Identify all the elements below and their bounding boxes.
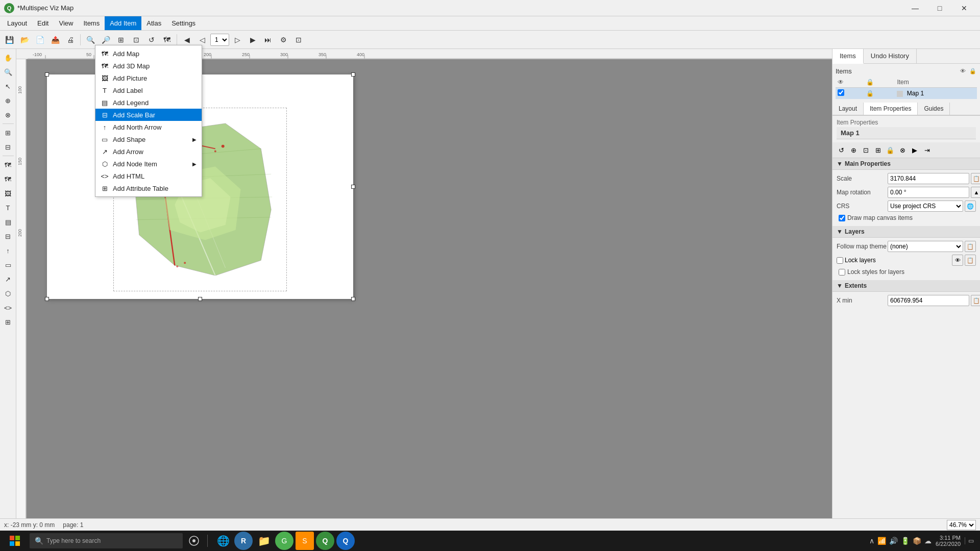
props-refresh-btn[interactable]: ↺ bbox=[836, 144, 847, 156]
follow-theme-select[interactable]: (none) bbox=[888, 241, 963, 252]
close-button[interactable]: ✕ bbox=[952, 0, 976, 16]
menu-add-legend[interactable]: ▤ Add Legend bbox=[95, 96, 202, 109]
items-eye-icon[interactable]: 👁 bbox=[959, 67, 967, 75]
menu-add-picture[interactable]: 🖼 Add Picture bbox=[95, 72, 202, 84]
maximize-button[interactable]: □ bbox=[928, 0, 951, 16]
tab-undo-history[interactable]: Undo History bbox=[864, 49, 917, 63]
add-label-tool[interactable]: T bbox=[2, 201, 15, 214]
menu-add-map[interactable]: 🗺 Add Map bbox=[95, 47, 202, 60]
next-page-button[interactable]: ▶ bbox=[246, 33, 260, 47]
lock-layers-copy-btn[interactable]: 📋 bbox=[965, 255, 976, 266]
add-scalebar-tool[interactable]: ⊟ bbox=[2, 230, 15, 243]
taskbar-qgis-icon-2[interactable]: Q bbox=[336, 532, 355, 550]
tray-battery-icon[interactable]: 🔋 bbox=[901, 537, 910, 545]
tray-onedrive-icon[interactable]: ☁ bbox=[924, 537, 932, 545]
table-row[interactable]: 🔒 Map 1 bbox=[836, 88, 977, 99]
xmin-copy-btn[interactable]: 📋 bbox=[971, 295, 980, 306]
menu-layout[interactable]: Layout bbox=[2, 16, 32, 30]
tab-items[interactable]: Items bbox=[832, 49, 864, 64]
page-select[interactable]: 1 bbox=[210, 34, 229, 46]
edit-nodes-tool[interactable]: ⊗ bbox=[2, 108, 15, 121]
rotation-up-btn[interactable]: ▲ bbox=[971, 187, 980, 198]
lock-layers-checkbox[interactable] bbox=[837, 257, 843, 264]
tray-chevron[interactable]: ∧ bbox=[869, 537, 874, 545]
menu-add-label[interactable]: T Add Label bbox=[95, 84, 202, 96]
last-page-button[interactable]: ⏭ bbox=[261, 33, 275, 47]
menu-view[interactable]: View bbox=[54, 16, 78, 30]
add-map-tool[interactable]: 🗺 bbox=[2, 158, 15, 171]
props-bookmark-btn[interactable]: ⇥ bbox=[921, 144, 933, 156]
zoom-tool[interactable]: 🔍 bbox=[2, 65, 15, 79]
layers-section[interactable]: ▼ Layers bbox=[832, 226, 980, 238]
tab-layout[interactable]: Layout bbox=[832, 103, 864, 115]
menu-add-html[interactable]: <> Add HTML bbox=[95, 170, 202, 182]
tray-dropbox-icon[interactable]: 📦 bbox=[913, 537, 921, 545]
atlas-settings-button[interactable]: ⚙ bbox=[276, 33, 290, 47]
handle-top-left[interactable] bbox=[45, 72, 49, 77]
tray-network-icon[interactable]: 📶 bbox=[877, 537, 886, 545]
props-lock-btn[interactable]: 🔒 bbox=[885, 144, 896, 156]
items-lock-icon[interactable]: 🔒 bbox=[969, 67, 977, 75]
handle-bottom-left[interactable] bbox=[45, 297, 49, 301]
start-button[interactable] bbox=[2, 532, 28, 550]
rotation-input[interactable] bbox=[888, 187, 969, 198]
select-tool[interactable]: ↖ bbox=[2, 80, 15, 93]
handle-bottom-center[interactable] bbox=[198, 297, 202, 301]
row-lock[interactable]: 🔒 bbox=[864, 88, 895, 99]
system-clock[interactable]: 3:11 PM 6/22/2020 bbox=[936, 535, 961, 547]
props-set-map-btn[interactable]: ⊗ bbox=[897, 144, 908, 156]
handle-right-middle[interactable] bbox=[351, 185, 355, 189]
pan-tool[interactable]: ✋ bbox=[2, 51, 15, 64]
draw-canvas-checkbox[interactable] bbox=[839, 215, 845, 221]
handle-top-right[interactable] bbox=[351, 72, 355, 77]
taskbar-files-icon[interactable]: 📁 bbox=[255, 532, 273, 550]
visibility-checkbox[interactable] bbox=[838, 89, 844, 96]
props-zoom-all-btn[interactable]: ⊞ bbox=[872, 144, 884, 156]
props-zoom-extent-btn[interactable]: ⊕ bbox=[848, 144, 859, 156]
menu-add-3dmap[interactable]: 🗺 Add 3D Map bbox=[95, 60, 202, 72]
move-content-tool[interactable]: ⊕ bbox=[2, 94, 15, 107]
minimize-button[interactable]: — bbox=[903, 0, 927, 16]
taskbar-chrome-icon[interactable]: 🌐 bbox=[214, 532, 232, 550]
add-shape-tool[interactable]: ▭ bbox=[2, 258, 15, 271]
menu-settings[interactable]: Settings bbox=[166, 16, 201, 30]
export-button[interactable]: 📤 bbox=[48, 33, 62, 47]
print-button[interactable]: 🖨 bbox=[63, 33, 78, 47]
add-table-tool[interactable]: ⊞ bbox=[2, 315, 15, 329]
task-view-button[interactable] bbox=[185, 532, 203, 550]
extents-section[interactable]: ▼ Extents bbox=[832, 280, 980, 292]
taskbar-sublime-icon[interactable]: S bbox=[296, 532, 314, 550]
add-picture-tool[interactable]: 🖼 bbox=[2, 187, 15, 200]
tray-volume-icon[interactable]: 🔊 bbox=[889, 537, 898, 545]
next-step-button[interactable]: ▷ bbox=[230, 33, 244, 47]
add-arrow-tool[interactable]: ↗ bbox=[2, 272, 15, 286]
props-atlas-btn[interactable]: ▶ bbox=[909, 144, 920, 156]
menu-add-attribute-table[interactable]: ⊞ Add Attribute Table bbox=[95, 182, 202, 194]
open-button[interactable]: 📂 bbox=[17, 33, 32, 47]
follow-theme-copy-btn[interactable]: 📋 bbox=[965, 241, 976, 252]
xmin-input[interactable] bbox=[888, 295, 969, 306]
lock-styles-checkbox[interactable] bbox=[839, 269, 845, 276]
row-eye[interactable] bbox=[836, 88, 864, 99]
add-node-tool[interactable]: ⬡ bbox=[2, 287, 15, 300]
add-northarrow-tool[interactable]: ↑ bbox=[2, 244, 15, 257]
taskbar-r-icon[interactable]: R bbox=[234, 532, 253, 550]
menu-edit[interactable]: Edit bbox=[32, 16, 54, 30]
menu-add-scale-bar[interactable]: ⊟ Add Scale Bar bbox=[95, 109, 202, 121]
save-button[interactable]: 💾 bbox=[2, 33, 16, 47]
scale-input[interactable] bbox=[888, 173, 969, 184]
row-item-name[interactable]: Map 1 bbox=[895, 88, 977, 99]
menu-add-arrow[interactable]: ↗ Add Arrow bbox=[95, 145, 202, 158]
show-desktop-button[interactable]: ▭ bbox=[965, 537, 974, 544]
menu-add-shape[interactable]: ▭ Add Shape ▶ bbox=[95, 133, 202, 145]
tab-item-properties[interactable]: Item Properties bbox=[864, 103, 918, 115]
scale-copy-btn[interactable]: 📋 bbox=[971, 173, 980, 184]
save-as-button[interactable]: 📄 bbox=[33, 33, 47, 47]
tab-guides[interactable]: Guides bbox=[918, 103, 950, 115]
taskbar-green-icon[interactable]: G bbox=[275, 532, 293, 550]
taskbar-search[interactable]: 🔍 Type here to search bbox=[30, 533, 183, 548]
zoom-select[interactable]: 46.7% bbox=[947, 520, 976, 530]
align-tool[interactable]: ⊟ bbox=[2, 140, 15, 154]
menu-add-node-item[interactable]: ⬡ Add Node Item ▶ bbox=[95, 158, 202, 170]
crs-select[interactable]: Use project CRS bbox=[888, 201, 963, 212]
